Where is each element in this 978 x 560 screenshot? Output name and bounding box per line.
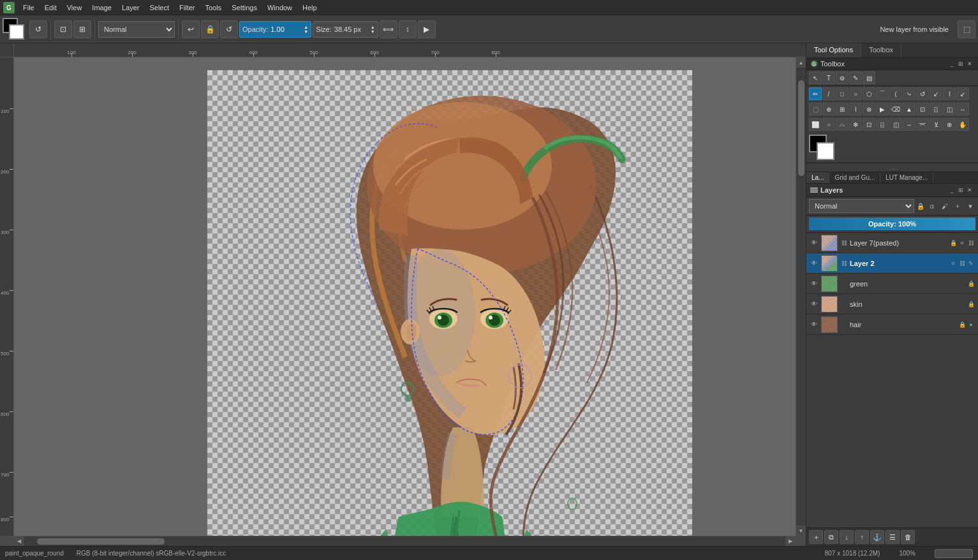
tool-flip[interactable]: ↔: [956, 103, 969, 115]
scroll-down-btn[interactable]: ▼: [796, 526, 806, 536]
layer-mode-select[interactable]: Normal: [809, 199, 914, 213]
layer-up-btn[interactable]: ↑: [855, 530, 869, 544]
opacity-input[interactable]: [270, 26, 302, 33]
layer-hair-visibility-btn[interactable]: 👁: [809, 320, 819, 330]
lock-brush-btn[interactable]: 🔒: [201, 20, 219, 38]
size-input[interactable]: [334, 26, 369, 33]
layer-row-7[interactable]: 👁 ⛓ Layer 7(pasted) 🔒 α ⛓: [806, 233, 978, 253]
tool-ellipse[interactable]: ○: [849, 87, 862, 100]
scrollbar-horizontal[interactable]: ◀ ▶: [14, 536, 796, 546]
tool-scale[interactable]: ⊗: [863, 103, 875, 115]
tool-text[interactable]: T: [822, 71, 835, 84]
menu-select[interactable]: Select: [144, 3, 174, 13]
tool-by-color[interactable]: ⊡: [863, 118, 875, 131]
tool-crop[interactable]: ⊞: [836, 103, 848, 115]
menu-help[interactable]: Help: [297, 3, 322, 13]
toolbox-minimize-btn[interactable]: _: [947, 59, 956, 68]
refresh-btn[interactable]: ↺: [220, 20, 238, 38]
menu-filter[interactable]: Filter: [174, 3, 200, 13]
scrollbar-vertical[interactable]: ▲ ▼: [796, 57, 806, 536]
tool-zoom[interactable]: ⊕: [943, 118, 956, 131]
canvas-viewport[interactable]: [14, 57, 796, 536]
size-up-btn[interactable]: ▲: [371, 25, 375, 29]
tool-pencil[interactable]: /: [822, 87, 835, 100]
layer-row-green[interactable]: 👁 · green 🔒: [806, 274, 978, 294]
flip-h-btn[interactable]: ⟺: [380, 20, 397, 38]
layer-2-edit-btn[interactable]: ✎: [967, 259, 975, 268]
tool-heal2[interactable]: ⊻: [930, 118, 942, 131]
new-layer-copy-btn[interactable]: ⧉: [824, 530, 838, 544]
tool-rect-select[interactable]: ⬜: [809, 118, 822, 131]
tool-unified-transform[interactable]: ▲: [903, 103, 915, 115]
tool-heal[interactable]: ▤: [863, 71, 875, 84]
layer-7-visibility-btn[interactable]: 👁: [809, 238, 819, 248]
bg-color-swatch[interactable]: [817, 142, 834, 160]
tool-select-by-color[interactable]: ⟨: [889, 87, 902, 100]
layer-row-2[interactable]: 👁 ⛓ Layer 2 α ⛓ ✎: [806, 253, 978, 274]
toolbox-close-btn[interactable]: ✕: [965, 59, 974, 68]
menu-view[interactable]: View: [62, 3, 87, 13]
tool-ellipse-select[interactable]: ○: [822, 118, 835, 131]
layer-row-hair[interactable]: 👁 · hair 🔒 ●: [806, 314, 978, 335]
tool-handle-transform[interactable]: ⊡: [916, 103, 929, 115]
tool-3d[interactable]: ◫: [943, 103, 956, 115]
opacity-down-btn[interactable]: ▼: [304, 29, 308, 34]
tool-smudge[interactable]: ⌇: [943, 87, 956, 100]
menu-edit[interactable]: Edit: [40, 3, 62, 13]
scroll-up-btn[interactable]: ▲: [796, 57, 806, 68]
tool-perspective[interactable]: ⌫: [889, 103, 902, 115]
tool-clone2[interactable]: ⌤: [916, 118, 929, 131]
tab-grid[interactable]: Grid and Gu...: [829, 172, 880, 183]
tool-foreground-select[interactable]: ↺: [916, 87, 929, 100]
layer-skin-visibility-btn[interactable]: 👁: [809, 299, 819, 309]
tool-move[interactable]: ⊕: [822, 103, 835, 115]
opacity-slider[interactable]: Opacity: 100%: [809, 217, 975, 230]
tool-align[interactable]: ⬚: [809, 103, 822, 115]
layer-anchor-btn[interactable]: ⚓: [870, 530, 884, 544]
dynamics-options-btn[interactable]: ⊞: [73, 20, 91, 38]
opacity-up-btn[interactable]: ▲: [304, 25, 308, 29]
layer-7-alpha-btn[interactable]: α: [958, 239, 967, 247]
layer-lock-pos-btn[interactable]: +: [952, 201, 963, 211]
tool-mybrush[interactable]: ◫: [889, 118, 902, 131]
menu-layer[interactable]: Layer: [117, 3, 145, 13]
size-down-btn[interactable]: ▼: [371, 29, 375, 34]
menu-file[interactable]: File: [18, 3, 40, 13]
tool-clone[interactable]: ✎: [849, 71, 862, 84]
reset-colors-btn[interactable]: ↺: [29, 20, 47, 38]
menu-window[interactable]: Window: [262, 3, 297, 13]
tool-fuzzy2[interactable]: ✻: [849, 118, 862, 131]
menu-settings[interactable]: Settings: [226, 3, 262, 13]
blend-mode-select[interactable]: Normal: [98, 21, 175, 38]
tool-eraser[interactable]: ↔: [903, 118, 915, 131]
zoom-slider[interactable]: [935, 549, 973, 558]
scrollbar-h-thumb[interactable]: [37, 538, 165, 545]
tool-rotate[interactable]: ⌇: [849, 103, 862, 115]
brush-settings-btn[interactable]: ▶: [418, 20, 436, 38]
tool-free-select2[interactable]: ⌓: [836, 118, 848, 131]
layer-green-visibility-btn[interactable]: 👁: [809, 279, 819, 289]
layer-down-btn[interactable]: ↓: [840, 530, 854, 544]
tool-rect[interactable]: □: [836, 87, 848, 100]
tool-shear[interactable]: ▶: [876, 103, 889, 115]
layer-2-alpha-btn[interactable]: α: [949, 259, 958, 268]
menu-image[interactable]: Image: [87, 3, 117, 13]
tool-pointer[interactable]: ↖: [809, 71, 822, 84]
layers-close-btn[interactable]: ✕: [965, 186, 974, 195]
tab-layers[interactable]: La...: [806, 172, 829, 183]
tool-path[interactable]: ↙: [930, 87, 942, 100]
tab-toolbox[interactable]: Toolbox: [861, 43, 901, 57]
new-layer-add-btn[interactable]: ＋: [809, 530, 823, 544]
toolbox-dock-btn[interactable]: ⊞: [956, 59, 965, 68]
layer-2-visibility-btn[interactable]: 👁: [809, 258, 819, 269]
layers-minimize-btn[interactable]: _: [947, 186, 956, 195]
scroll-left-btn[interactable]: ◀: [14, 536, 24, 547]
layer-hair-extra-btn[interactable]: ●: [967, 320, 975, 329]
new-layer-btn[interactable]: ⬚: [958, 20, 975, 38]
tool-ink[interactable]: ⌹: [876, 118, 889, 131]
menu-tools[interactable]: Tools: [200, 3, 227, 13]
tool-paint[interactable]: ⊚: [836, 71, 848, 84]
tool-fuzzy-select[interactable]: ⌒: [876, 87, 889, 100]
tab-lut[interactable]: LUT Manage...: [880, 172, 933, 183]
tool-hand[interactable]: ✋: [956, 118, 969, 131]
